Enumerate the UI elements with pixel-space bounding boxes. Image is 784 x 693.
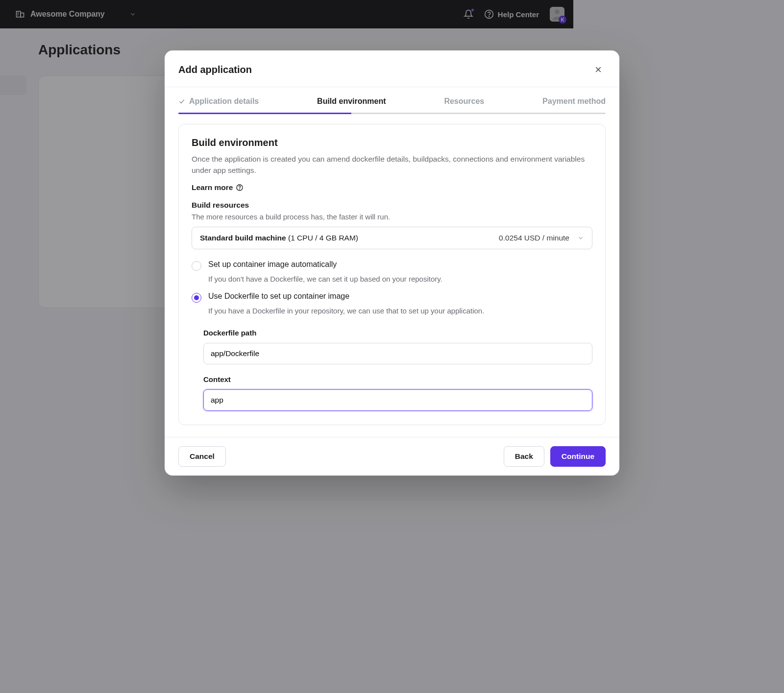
build-machine-price: 0.0254 USD / minute [499, 234, 569, 242]
modal-footer: Cancel Back Continue [165, 437, 573, 476]
radio-dockerfile-help: If you have a Dockerfile in your reposit… [208, 307, 573, 315]
step-label: Payment method [542, 97, 573, 106]
check-icon [178, 98, 185, 105]
modal-header: Add application [165, 50, 573, 87]
stepper: Application details Build environment Re… [165, 87, 573, 106]
step-label: Build environment [317, 97, 386, 106]
radio-auto-container[interactable]: Set up container image automatically [192, 260, 573, 271]
section-description: Once the application is created you can … [192, 153, 573, 176]
build-resources-heading: Build resources [192, 201, 573, 210]
radio-auto-help: If you don't have a Dockerfile, we can s… [208, 275, 573, 283]
svg-point-10 [240, 189, 240, 189]
help-icon [236, 184, 244, 191]
dockerfile-path-input[interactable] [203, 343, 573, 364]
learn-more-label: Learn more [192, 183, 233, 192]
context-input[interactable] [203, 389, 573, 411]
build-resources-desc: The more resources a build process has, … [192, 213, 573, 221]
learn-more-link[interactable]: Learn more [192, 183, 573, 192]
radio-dockerfile-container[interactable]: Use Dockerfile to set up container image [192, 292, 573, 303]
step-label: Application details [189, 97, 259, 106]
modal-title: Add application [178, 64, 252, 75]
container-setup-radios: Set up container image automatically If … [192, 260, 573, 411]
build-machine-select[interactable]: Standard build machine (1 CPU / 4 GB RAM… [192, 227, 573, 249]
build-env-panel: Build environment Once the application i… [178, 124, 573, 425]
continue-button[interactable]: Continue [550, 446, 573, 467]
build-machine-name: Standard build machine [200, 234, 286, 242]
back-button[interactable]: Back [504, 446, 544, 467]
modal-body: Build environment Once the application i… [165, 114, 573, 437]
step-resources[interactable]: Resources [444, 97, 484, 106]
step-application-details[interactable]: Application details [178, 97, 259, 106]
cancel-button[interactable]: Cancel [178, 446, 226, 467]
radio-icon [192, 293, 201, 303]
radio-label: Use Dockerfile to set up container image [208, 292, 349, 301]
build-machine-spec: (1 CPU / 4 GB RAM) [288, 234, 358, 242]
context-label: Context [203, 375, 573, 383]
radio-icon [192, 261, 201, 271]
modal-overlay[interactable]: Add application Application details Buil… [0, 0, 573, 508]
step-payment-method[interactable]: Payment method [542, 97, 573, 106]
section-title: Build environment [192, 137, 573, 148]
radio-label: Set up container image automatically [208, 260, 337, 269]
dockerfile-path-label: Dockerfile path [203, 329, 573, 337]
step-build-environment[interactable]: Build environment [317, 97, 386, 106]
step-label: Resources [444, 97, 484, 106]
add-application-modal: Add application Application details Buil… [165, 50, 573, 476]
